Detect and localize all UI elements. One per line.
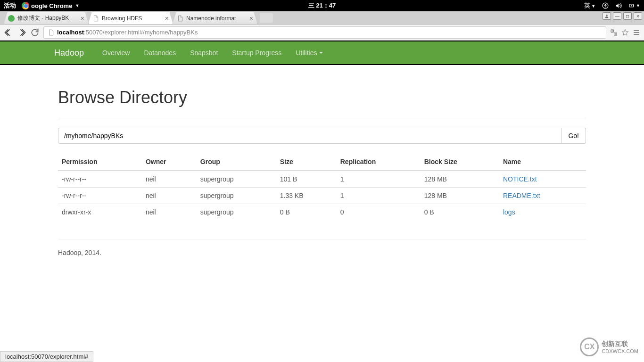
maximize-button[interactable]: □ xyxy=(623,12,632,20)
activity-menu[interactable]: 活动 xyxy=(4,1,16,10)
cell-block-size: 128 MB xyxy=(421,188,499,204)
cell-name: logs xyxy=(499,204,586,221)
col-size: Size xyxy=(276,153,337,171)
cell-permission: drwxr-xr-x xyxy=(58,204,142,221)
volume-icon[interactable] xyxy=(615,2,622,9)
translate-icon[interactable]: 文A xyxy=(610,29,618,36)
footer-text: Hadoop, 2014. xyxy=(58,249,586,256)
tab-0[interactable]: 修改博文 - HappyBK × xyxy=(4,12,89,24)
col-block-size: Block Size xyxy=(421,153,499,171)
table-row: -rw-r--r-- neil supergroup 101 B 1 128 M… xyxy=(58,171,586,188)
app-menu[interactable]: oogle Chrome ▼ xyxy=(22,2,79,9)
document-icon xyxy=(48,29,54,36)
cell-group: supergroup xyxy=(197,171,276,188)
cell-owner: neil xyxy=(142,204,197,221)
col-name: Name xyxy=(499,153,586,171)
browser-tab-strip: 修改博文 - HappyBK × Browsing HDFS × Namenod… xyxy=(0,11,644,25)
new-tab-button[interactable] xyxy=(260,13,273,23)
cell-size: 0 B xyxy=(276,204,337,221)
accessibility-icon[interactable] xyxy=(602,2,609,9)
path-input-group: Go! xyxy=(58,128,586,144)
table-row: -rw-r--r-- neil supergroup 1.33 KB 1 128… xyxy=(58,188,586,204)
cell-size: 1.33 KB xyxy=(276,188,337,204)
cell-block-size: 0 B xyxy=(421,204,499,221)
cell-replication: 1 xyxy=(337,171,421,188)
user-icon[interactable] xyxy=(603,12,611,20)
watermark: CX 创新互联 CDXWCX.COM xyxy=(580,337,638,356)
cell-replication: 0 xyxy=(337,204,421,221)
system-bar: 活动 oogle Chrome ▼ 三 21：47 英▼ ▼ xyxy=(0,0,644,11)
reload-button[interactable] xyxy=(30,28,40,37)
minimize-button[interactable]: — xyxy=(613,12,621,20)
chrome-icon xyxy=(22,2,29,9)
svg-point-4 xyxy=(606,15,607,16)
svg-text:A: A xyxy=(615,33,616,35)
directory-table: Permission Owner Group Size Replication … xyxy=(58,153,586,220)
input-language[interactable]: 英▼ xyxy=(584,1,595,10)
chevron-down-icon xyxy=(319,52,323,54)
forward-button[interactable] xyxy=(17,28,26,37)
svg-text:文: 文 xyxy=(611,30,613,32)
svg-point-1 xyxy=(605,4,606,5)
url-path: :50070/explorer.html#/myhome/happyBKs xyxy=(84,29,198,36)
nav-utilities[interactable]: Utilities xyxy=(289,41,330,64)
document-icon xyxy=(92,15,99,22)
cell-name: README.txt xyxy=(499,188,586,204)
cell-group: supergroup xyxy=(197,204,276,221)
nav-datanodes[interactable]: Datanodes xyxy=(137,41,183,64)
page-title: Browse Directory xyxy=(58,88,586,107)
file-link[interactable]: README.txt xyxy=(503,192,540,199)
nav-startup-progress[interactable]: Startup Progress xyxy=(225,41,289,64)
close-icon[interactable]: × xyxy=(249,15,253,22)
file-link[interactable]: NOTICE.txt xyxy=(503,175,537,183)
chevron-down-icon: ▼ xyxy=(75,3,79,8)
tab-2[interactable]: Namenode informat × xyxy=(173,12,257,24)
col-owner: Owner xyxy=(142,153,197,171)
status-bar: localhost:50070/explorer.html# xyxy=(0,351,93,362)
col-replication: Replication xyxy=(337,153,421,171)
close-button[interactable]: × xyxy=(634,12,642,20)
cell-replication: 1 xyxy=(337,188,421,204)
cell-name: NOTICE.txt xyxy=(499,171,586,188)
close-icon[interactable]: × xyxy=(165,15,169,22)
go-button[interactable]: Go! xyxy=(561,128,586,144)
close-icon[interactable]: × xyxy=(81,15,84,22)
watermark-logo: CX xyxy=(580,337,599,356)
cell-size: 101 B xyxy=(276,171,337,188)
system-clock[interactable]: 三 21：47 xyxy=(308,1,336,10)
url-host: localhost xyxy=(57,29,84,36)
brand[interactable]: Hadoop xyxy=(54,48,84,58)
battery-indicator[interactable]: ▼ xyxy=(628,2,640,9)
document-icon xyxy=(177,15,183,22)
menu-icon[interactable] xyxy=(633,29,640,36)
divider xyxy=(58,239,586,239)
favicon-icon xyxy=(8,15,15,22)
url-input[interactable]: localhost:50070/explorer.html#/myhome/ha… xyxy=(43,26,606,39)
bookmark-icon[interactable] xyxy=(621,29,629,36)
file-link[interactable]: logs xyxy=(503,208,515,216)
nav-overview[interactable]: Overview xyxy=(95,41,137,64)
svg-rect-3 xyxy=(634,5,634,6)
divider xyxy=(58,118,586,118)
tab-1[interactable]: Browsing HDFS × xyxy=(88,12,173,24)
col-permission: Permission xyxy=(58,153,142,171)
path-input[interactable] xyxy=(58,128,561,144)
hadoop-navbar: Hadoop Overview Datanodes Snapshot Start… xyxy=(0,41,644,65)
cell-owner: neil xyxy=(142,171,197,188)
col-group: Group xyxy=(197,153,276,171)
address-bar: localhost:50070/explorer.html#/myhome/ha… xyxy=(0,25,644,41)
table-row: drwxr-xr-x neil supergroup 0 B 0 0 B log… xyxy=(58,204,586,221)
cell-permission: -rw-r--r-- xyxy=(58,171,142,188)
cell-owner: neil xyxy=(142,188,197,204)
main-container: Browse Directory Go! Permission Owner Gr… xyxy=(51,88,593,256)
cell-group: supergroup xyxy=(197,188,276,204)
cell-block-size: 128 MB xyxy=(421,171,499,188)
nav-snapshot[interactable]: Snapshot xyxy=(183,41,225,64)
cell-permission: -rw-r--r-- xyxy=(58,188,142,204)
back-button[interactable] xyxy=(4,28,13,37)
